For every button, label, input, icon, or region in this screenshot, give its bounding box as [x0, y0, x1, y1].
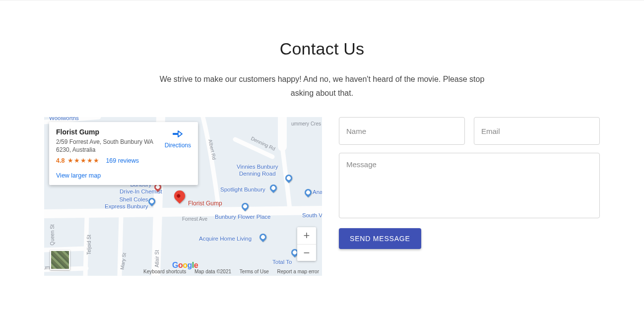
page-subtitle: We strive to make our customers happy! A… — [153, 72, 491, 100]
contact-header: Contact Us We strive to make our custome… — [44, 0, 600, 100]
page-title: Contact Us — [44, 39, 600, 59]
keyboard-shortcuts-link[interactable]: Keyboard shortcuts — [143, 269, 186, 274]
map-attribution: Keyboard shortcuts Map data ©2021 Terms … — [143, 269, 319, 274]
poi-label: Bunbury Flower Place — [215, 214, 271, 220]
report-error-link[interactable]: Report a map error — [277, 269, 319, 274]
zoom-control: + − — [297, 227, 316, 261]
name-input[interactable] — [339, 117, 465, 145]
message-input[interactable] — [339, 153, 600, 218]
street-label: Queen St — [50, 224, 55, 245]
street-label: Forrest Ave — [182, 216, 207, 222]
poi-label: Spotlight Bunbury — [220, 187, 265, 192]
poi-flowerplace[interactable]: Bunbury Flower Place — [215, 214, 271, 221]
street-label: Atlair St — [154, 250, 160, 267]
satellite-toggle[interactable] — [50, 250, 70, 270]
reviews-link[interactable]: 169 reviews — [106, 157, 139, 164]
send-message-button[interactable]: SEND MESSAGE — [339, 228, 421, 249]
zoom-out-button[interactable]: − — [297, 244, 316, 261]
map-place-card: Florist Gump 2/59 Forrest Ave, South Bun… — [49, 122, 198, 185]
poi-spotlight[interactable]: Spotlight Bunbury — [220, 187, 265, 193]
poi-label: Total To — [272, 259, 292, 265]
view-larger-map-link[interactable]: View larger map — [56, 172, 160, 179]
poi-woolworths[interactable]: Woolworths — [49, 117, 79, 122]
rating-stars-icon: ★★★★★ — [67, 157, 100, 164]
map-marker-label: Florist Gump — [188, 200, 222, 207]
street-label: Teljoid St — [86, 235, 92, 255]
location-map[interactable]: ummery Cres Denning Rd Albert Rd Forrest… — [44, 117, 322, 276]
poi-acquire[interactable]: Acquire Home Living — [199, 236, 252, 243]
zoom-in-button[interactable]: + — [297, 227, 316, 244]
poi-totalto[interactable]: Total To — [272, 259, 292, 266]
poi-vinnies[interactable]: Vinnies Bunbury Denning Road — [237, 164, 278, 178]
poi-label: Express Bunbury — [105, 203, 148, 209]
svg-line-0 — [44, 210, 322, 214]
contact-form: SEND MESSAGE — [339, 117, 600, 276]
rating-value: 4.8 — [56, 157, 64, 164]
poi-label: Vinnies Bunbury — [237, 164, 278, 170]
place-name: Florist Gump — [56, 128, 160, 136]
map-data-label: Map data ©2021 — [194, 269, 231, 274]
email-input[interactable] — [474, 117, 600, 145]
directions-button[interactable]: Directions — [165, 128, 191, 149]
terms-link[interactable]: Terms of Use — [240, 269, 269, 274]
poi-shell[interactable]: Shell Coles Express Bunbury — [105, 196, 148, 210]
poi-label: Acquire Home Living — [199, 236, 252, 242]
poi-label: Denning Road — [239, 171, 276, 177]
poi-label: Anacond — [313, 189, 322, 195]
poi-anacond[interactable]: Anacond — [305, 189, 322, 196]
directions-icon — [172, 128, 184, 140]
poi-south[interactable]: South V — [302, 212, 322, 219]
street-label: ummery Cres — [291, 121, 321, 126]
directions-label: Directions — [165, 142, 191, 149]
place-address: 2/59 Forrest Ave, South Bunbury WA 6230,… — [56, 138, 160, 154]
poi-label: Shell Coles — [119, 196, 148, 202]
map-marker-primary[interactable] — [174, 190, 185, 201]
